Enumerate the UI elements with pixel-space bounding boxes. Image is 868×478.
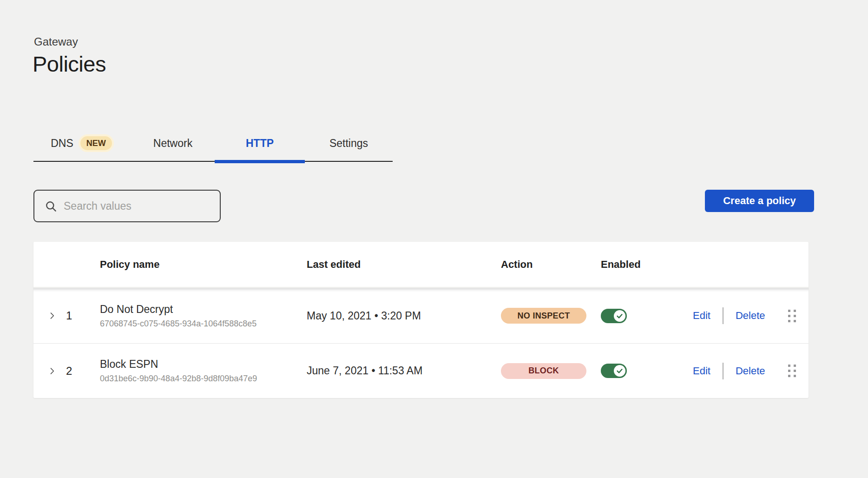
policy-tabs: DNS NEW Network HTTP Settings xyxy=(33,126,393,162)
action-badge: BLOCK xyxy=(501,363,586,379)
toolbar: Create a policy xyxy=(33,190,814,222)
column-header-enabled: Enabled xyxy=(601,259,675,271)
policy-uuid: 67068745-c075-4685-934a-1064f588c8e5 xyxy=(100,319,307,329)
expand-row-button[interactable] xyxy=(46,309,59,322)
column-header-last-edited: Last edited xyxy=(307,259,501,271)
last-edited-value: June 7, 2021 • 11:53 AM xyxy=(307,365,501,377)
action-badge: NO INSPECT xyxy=(501,308,586,324)
tab-http[interactable]: HTTP xyxy=(215,126,305,161)
table-row: 2 Block ESPN 0d31be6c-9b90-48a4-92b8-9d8… xyxy=(33,343,809,398)
table-header-row: Policy name Last edited Action Enabled xyxy=(33,242,809,288)
search-icon xyxy=(45,200,57,212)
tab-settings-label: Settings xyxy=(329,137,368,150)
tab-settings[interactable]: Settings xyxy=(305,126,393,161)
edit-link[interactable]: Edit xyxy=(693,310,710,322)
row-index: 1 xyxy=(66,309,100,322)
policy-name: Block ESPN xyxy=(100,358,307,371)
toggle-knob xyxy=(614,365,625,377)
check-icon xyxy=(616,312,624,320)
chevron-right-icon xyxy=(47,311,57,320)
delete-link[interactable]: Delete xyxy=(736,310,765,322)
drag-handle-icon[interactable] xyxy=(786,363,798,379)
row-index: 2 xyxy=(66,365,100,378)
column-header-policy-name: Policy name xyxy=(100,259,307,271)
delete-link[interactable]: Delete xyxy=(736,365,765,377)
expand-row-button[interactable] xyxy=(46,365,59,378)
tab-network[interactable]: Network xyxy=(131,126,215,161)
last-edited-value: May 10, 2021 • 3:20 PM xyxy=(307,310,501,322)
breadcrumb-gateway: Gateway xyxy=(34,35,78,48)
table-row: 1 Do Not Decrypt 67068745-c075-4685-934a… xyxy=(33,288,809,343)
tab-http-label: HTTP xyxy=(246,137,274,150)
page-title: Policies xyxy=(33,51,106,77)
chevron-right-icon xyxy=(47,366,57,376)
policy-uuid: 0d31be6c-9b90-48a4-92b8-9d8f09ba47e9 xyxy=(100,374,307,384)
enabled-toggle[interactable] xyxy=(601,309,627,323)
column-header-action: Action xyxy=(501,259,601,271)
enabled-toggle[interactable] xyxy=(601,364,627,378)
toggle-knob xyxy=(614,310,625,322)
tab-network-label: Network xyxy=(153,137,192,150)
search-input[interactable] xyxy=(64,200,211,212)
search-box[interactable] xyxy=(33,190,221,222)
tab-dns[interactable]: DNS NEW xyxy=(33,126,131,161)
gateway-policies-page: Gateway Policies DNS NEW Network HTTP Se… xyxy=(0,0,868,478)
new-badge: NEW xyxy=(79,134,114,152)
edit-link[interactable]: Edit xyxy=(693,365,710,377)
create-policy-button[interactable]: Create a policy xyxy=(705,190,814,212)
action-divider xyxy=(723,363,723,379)
tab-dns-label: DNS xyxy=(51,137,73,150)
drag-handle-icon[interactable] xyxy=(786,308,798,324)
action-divider xyxy=(723,307,723,324)
policies-table: Policy name Last edited Action Enabled 1… xyxy=(33,242,809,398)
check-icon xyxy=(616,367,624,375)
policy-name: Do Not Decrypt xyxy=(100,303,307,316)
